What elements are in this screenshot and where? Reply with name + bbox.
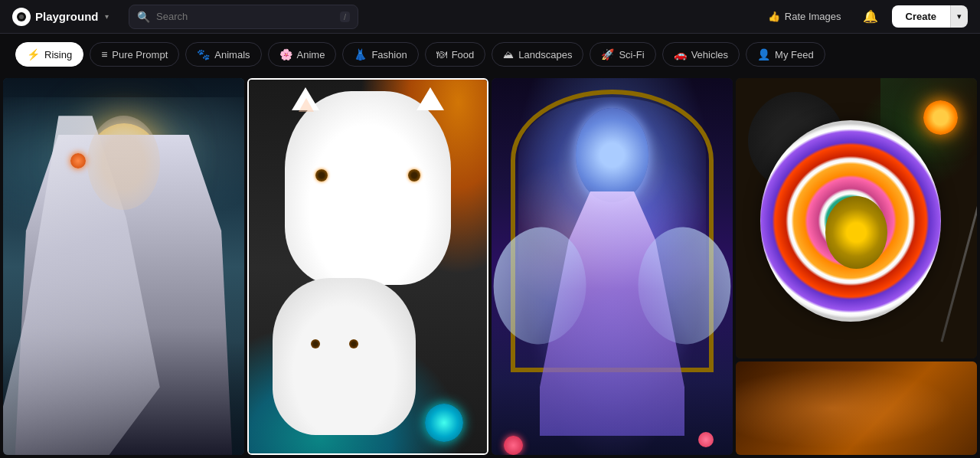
- filter-bar: ⚡Rising≡Pure Prompt🐾Animals🌸Anime👗Fashio…: [0, 34, 980, 75]
- app-title: Playground: [35, 10, 99, 23]
- create-button[interactable]: Create: [892, 5, 950, 28]
- svg-point-1: [19, 15, 24, 19]
- filter-pill-pure-prompt[interactable]: ≡Pure Prompt: [90, 42, 179, 67]
- filter-icon-vehicles: 🚗: [674, 48, 687, 61]
- gallery-item-3[interactable]: [492, 78, 733, 455]
- filter-icon-my-feed: 👤: [757, 48, 770, 61]
- create-button-group: Create ▾: [892, 5, 968, 28]
- filter-pill-anime[interactable]: 🌸Anime: [268, 42, 337, 67]
- filter-icon-food: 🍽: [436, 48, 447, 61]
- search-shortcut: /: [340, 11, 350, 22]
- filter-icon-pure-prompt: ≡: [101, 48, 107, 61]
- logo-chevron-icon: ▾: [105, 12, 109, 21]
- gallery-col-4: [736, 78, 977, 455]
- gallery-item-5[interactable]: [736, 361, 977, 455]
- filter-pill-vehicles[interactable]: 🚗Vehicles: [662, 42, 740, 67]
- header: Playground ▾ 🔍 / 👍 Rate Images 🔔 Create …: [0, 0, 980, 34]
- search-input[interactable]: [156, 11, 334, 22]
- search-bar[interactable]: 🔍 /: [129, 5, 358, 29]
- filter-icon-rising: ⚡: [27, 48, 40, 61]
- rate-images-button[interactable]: 👍 Rate Images: [760, 6, 849, 27]
- filter-pill-food[interactable]: 🍽Food: [425, 42, 486, 67]
- filter-pill-sci-fi[interactable]: 🚀Sci-Fi: [590, 42, 655, 67]
- filter-icon-sci-fi: 🚀: [601, 48, 614, 61]
- gallery-item-4[interactable]: [736, 78, 977, 358]
- filter-pill-fashion[interactable]: 👗Fashion: [342, 42, 418, 67]
- filter-pill-animals[interactable]: 🐾Animals: [185, 42, 261, 67]
- filter-icon-landscapes: ⛰: [503, 48, 514, 61]
- gallery-item-2[interactable]: [247, 78, 488, 455]
- gallery-item-1[interactable]: [3, 78, 244, 455]
- filter-pill-rising[interactable]: ⚡Rising: [15, 42, 83, 67]
- logo-area[interactable]: Playground ▾: [12, 8, 119, 26]
- filter-pill-my-feed[interactable]: 👤My Feed: [746, 42, 825, 67]
- thumbs-up-icon: 👍: [768, 11, 780, 22]
- filter-icon-animals: 🐾: [197, 48, 210, 61]
- notifications-button[interactable]: 🔔: [858, 5, 883, 28]
- logo-icon: [12, 8, 31, 26]
- filter-pill-landscapes[interactable]: ⛰Landscapes: [492, 42, 583, 67]
- bell-icon: 🔔: [863, 10, 878, 23]
- search-icon: 🔍: [137, 11, 150, 23]
- gallery: [0, 75, 980, 458]
- create-dropdown-button[interactable]: ▾: [950, 5, 968, 28]
- filter-icon-fashion: 👗: [354, 48, 367, 61]
- header-right: 👍 Rate Images 🔔 Create ▾: [760, 5, 968, 28]
- filter-icon-anime: 🌸: [279, 48, 292, 61]
